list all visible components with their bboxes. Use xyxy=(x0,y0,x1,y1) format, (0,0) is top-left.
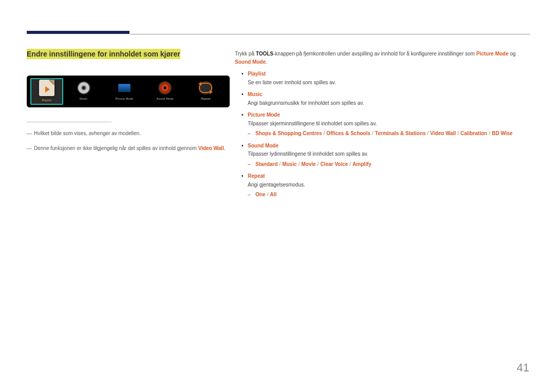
toolbar-item-picture-mode[interactable]: Picture Mode xyxy=(104,78,144,105)
list-item-music: Music Angi bakgrunnsmusikk for innholdet… xyxy=(235,90,530,107)
tv-icon xyxy=(118,81,131,95)
section-title: Endre innstillingene for innholdet som k… xyxy=(27,49,180,59)
left-column: Endre innstillingene for innholdet som k… xyxy=(27,49,230,153)
header-rule xyxy=(130,34,530,34)
tools-key: TOOLS xyxy=(256,51,273,57)
repeat-icon xyxy=(199,81,212,95)
toolbar-item-repeat[interactable]: Repeat xyxy=(186,78,226,105)
repeat-options: One/All xyxy=(248,191,530,199)
footnote-2-text: Denne funksjonen er ikke tilgjengelig nå… xyxy=(34,144,225,153)
play-icon xyxy=(45,86,50,92)
playlist-file-icon xyxy=(39,80,54,96)
page-number: 41 xyxy=(517,359,529,377)
content-toolbar: Playlist Music Picture Mode Sound Mode R… xyxy=(27,76,230,107)
sound-mode-options: Standard/Music/Movie/Clear Voice/Amplify xyxy=(248,160,530,169)
list-item-picture-mode: Picture Mode Tilpasser skjerminnstilling… xyxy=(235,111,530,138)
disc-icon xyxy=(77,81,90,95)
left-divider xyxy=(27,122,112,122)
right-column: Trykk på TOOLS-knappen på fjernkontrolle… xyxy=(235,50,530,199)
toolbar-label: Playlist xyxy=(42,98,51,103)
toolbar-item-sound-mode[interactable]: Sound Mode xyxy=(145,78,186,105)
toolbar-label: Picture Mode xyxy=(115,97,133,101)
header-accent-bar xyxy=(27,31,130,34)
footnote-1-text: Hvilket bilde som vises, avhenger av mod… xyxy=(34,129,141,138)
list-item-playlist: Playlist Se en liste over innhold som sp… xyxy=(235,70,530,86)
picture-mode-options: Shops & Shopping Centres/Offices & Schoo… xyxy=(248,129,530,138)
list-item-repeat: Repeat Angi gjentagelsesmodus. One/All xyxy=(235,172,530,199)
toolbar-label: Sound Mode xyxy=(157,97,174,101)
toolbar-item-music[interactable]: Music xyxy=(63,78,104,105)
settings-list: Playlist Se en liste over innhold som sp… xyxy=(235,70,530,199)
footnote-1: ― Hvilket bilde som vises, avhenger av m… xyxy=(27,129,230,138)
toolbar-item-playlist[interactable]: Playlist xyxy=(30,78,63,105)
toolbar-label: Music xyxy=(80,97,87,101)
list-item-sound-mode: Sound Mode Tilpasser lydinnstillingene t… xyxy=(235,142,530,169)
intro-paragraph: Trykk på TOOLS-knappen på fjernkontrolle… xyxy=(235,50,530,66)
footnote-2: ― Denne funksjonen er ikke tilgjengelig … xyxy=(27,144,230,153)
toolbar-label: Repeat xyxy=(201,97,211,101)
speaker-disc-icon xyxy=(158,81,172,95)
